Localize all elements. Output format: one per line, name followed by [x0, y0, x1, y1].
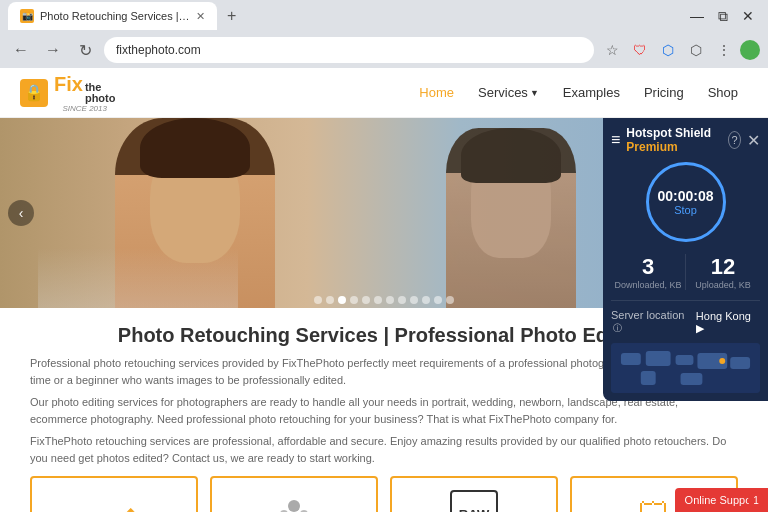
customer-icon: [270, 490, 318, 512]
profile-avatar[interactable]: [740, 40, 760, 60]
nav-examples[interactable]: Examples: [553, 80, 630, 105]
dot-3[interactable]: [338, 296, 346, 304]
svg-rect-6: [646, 351, 671, 366]
service-cards: ☁⬆ Quick Upload Customer style RAW: [30, 476, 738, 512]
dot-1[interactable]: [314, 296, 322, 304]
restore-button[interactable]: ⧉: [712, 6, 734, 26]
vpn-downloaded-label: Downloaded, KB: [611, 280, 685, 290]
vpn-downloaded-val: 3: [611, 254, 685, 280]
forward-button[interactable]: →: [40, 37, 66, 63]
new-tab-button[interactable]: +: [221, 5, 242, 27]
vpn-map: [611, 343, 760, 393]
dot-12[interactable]: [446, 296, 454, 304]
svg-rect-10: [641, 371, 656, 385]
nav-services[interactable]: Services▼: [468, 80, 549, 105]
hongkong-dot: [719, 358, 725, 364]
vpn-help-button[interactable]: ?: [728, 131, 741, 149]
person-right: [446, 128, 576, 308]
shield-alert-icon[interactable]: 🛡: [628, 38, 652, 62]
site-navigation: Home Services▼ Examples Pricing Shop: [409, 80, 748, 105]
card-quick-upload[interactable]: ☁⬆ Quick Upload: [30, 476, 198, 512]
logo-the-photo: the photo: [85, 82, 116, 104]
minimize-button[interactable]: —: [684, 6, 710, 26]
logo-icon: 🔒: [20, 79, 48, 107]
vpn-stats: 3 Downloaded, KB 12 Uploaded, KB: [611, 254, 760, 290]
dot-7[interactable]: [386, 296, 394, 304]
dot-6[interactable]: [374, 296, 382, 304]
refresh-button[interactable]: ↻: [72, 37, 98, 63]
tab-close-button[interactable]: ✕: [196, 10, 205, 23]
vpn-uploaded-val: 12: [686, 254, 760, 280]
vpn-icon[interactable]: ⬡: [656, 38, 680, 62]
toolbar-icons: ☆ 🛡 ⬡ ⬡ ⋮: [600, 38, 760, 62]
vpn-title: Hotspot Shield Premium: [626, 126, 722, 154]
svg-rect-5: [621, 353, 641, 365]
vpn-server-location: Server location ⓘ Hong Kong ▶: [611, 300, 760, 335]
svg-point-0: [288, 500, 300, 512]
vpn-server-label: Server location ⓘ: [611, 309, 696, 335]
site-header: 🔒 Fix the photo SINCE 2013 Home Services…: [0, 68, 768, 118]
logo-since: SINCE 2013: [54, 104, 115, 113]
tab-favicon: 📸: [20, 9, 34, 23]
logo-name: Fix the photo: [54, 73, 115, 104]
logo: 🔒 Fix the photo SINCE 2013: [20, 73, 115, 113]
close-button[interactable]: ✕: [736, 6, 760, 26]
dot-2[interactable]: [326, 296, 334, 304]
window-controls: — ⧉ ✕: [684, 6, 760, 26]
svg-rect-11: [681, 373, 703, 385]
vpn-stop-button[interactable]: Stop: [674, 204, 697, 216]
logo-fix: Fix: [54, 73, 83, 96]
dot-10[interactable]: [422, 296, 430, 304]
title-bar: 📸 Photo Retouching Services | Pro... ✕ +…: [0, 0, 768, 32]
notification-badge: 1: [748, 492, 764, 508]
world-map-svg: [611, 343, 760, 393]
tab-title: Photo Retouching Services | Pro...: [40, 10, 190, 22]
nav-shop[interactable]: Shop: [698, 80, 748, 105]
card-customer-style[interactable]: Customer style: [210, 476, 378, 512]
active-tab[interactable]: 📸 Photo Retouching Services | Pro... ✕: [8, 2, 217, 30]
svg-rect-7: [676, 355, 694, 365]
address-input[interactable]: [104, 37, 594, 63]
vpn-header: ≡ Hotspot Shield Premium ? ✕: [611, 126, 760, 154]
menu-icon[interactable]: ⋮: [712, 38, 736, 62]
dot-11[interactable]: [434, 296, 442, 304]
page-desc-3: FixThePhoto retouching services are prof…: [30, 433, 738, 466]
logo-the: the: [85, 82, 116, 93]
svg-rect-9: [730, 357, 750, 369]
dot-5[interactable]: [362, 296, 370, 304]
address-bar-row: ← → ↻ ☆ 🛡 ⬡ ⬡ ⋮: [0, 32, 768, 68]
vpn-timer-circle: 00:00:08 Stop: [646, 162, 726, 242]
vpn-uploaded: 12 Uploaded, KB: [686, 254, 760, 290]
hair-left: [140, 118, 250, 178]
vpn-server-value[interactable]: Hong Kong ▶: [696, 310, 760, 335]
customer-svg: [274, 494, 314, 512]
logo-text-group: Fix the photo SINCE 2013: [54, 73, 115, 113]
bookmark-icon[interactable]: ☆: [600, 38, 624, 62]
vpn-panel: ≡ Hotspot Shield Premium ? ✕ 00:00:08 St…: [603, 118, 768, 401]
dot-4[interactable]: [350, 296, 358, 304]
website-content: 🔒 Fix the photo SINCE 2013 Home Services…: [0, 68, 768, 512]
card-raw[interactable]: RAW RAW supported: [390, 476, 558, 512]
slider-dots: [314, 296, 454, 304]
nav-home[interactable]: Home: [409, 80, 464, 105]
logo-photo: photo: [85, 93, 116, 104]
hair-right: [461, 128, 561, 183]
vpn-menu-icon[interactable]: ≡: [611, 131, 620, 149]
services-chevron: ▼: [530, 88, 539, 98]
back-button[interactable]: ←: [8, 37, 34, 63]
vpn-downloaded: 3 Downloaded, KB: [611, 254, 685, 290]
security-shield-icon: 🛡: [630, 490, 678, 512]
extensions-icon[interactable]: ⬡: [684, 38, 708, 62]
dot-8[interactable]: [398, 296, 406, 304]
browser-chrome: 📸 Photo Retouching Services | Pro... ✕ +…: [0, 0, 768, 68]
upload-icon: ☁⬆: [90, 490, 138, 512]
online-support-label: Online Support: [685, 494, 758, 506]
vpn-uploaded-label: Uploaded, KB: [686, 280, 760, 290]
slider-prev-button[interactable]: ‹: [8, 200, 34, 226]
raw-icon: RAW: [450, 490, 498, 512]
vpn-timer-display: 00:00:08: [657, 188, 713, 204]
nav-pricing[interactable]: Pricing: [634, 80, 694, 105]
dot-9[interactable]: [410, 296, 418, 304]
vpn-close-button[interactable]: ✕: [747, 131, 760, 150]
